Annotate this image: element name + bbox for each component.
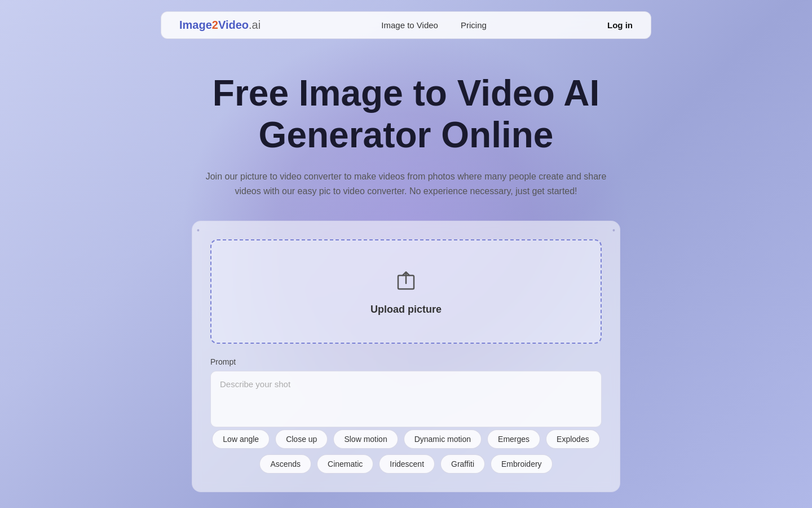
nav-pricing[interactable]: Pricing xyxy=(461,20,487,30)
tag-slow-motion[interactable]: Slow motion xyxy=(333,430,398,449)
hero-subtitle: Join our picture to video converter to m… xyxy=(197,169,615,198)
logo-ai-text: .ai xyxy=(249,19,261,31)
upload-label: Upload picture xyxy=(370,304,442,316)
nav-links: Image to Video Pricing xyxy=(381,20,487,30)
logo[interactable]: Image2Video.ai xyxy=(179,19,261,32)
tag-low-angle[interactable]: Low angle xyxy=(212,430,270,449)
prompt-textarea[interactable] xyxy=(210,371,602,427)
page-wrapper: Image2Video.ai Image to Video Pricing Lo… xyxy=(0,0,812,508)
hero-section: Free Image to Video AI Generator Online … xyxy=(180,73,632,198)
tag-embroidery[interactable]: Embroidery xyxy=(491,454,553,474)
logo-image-text: Image xyxy=(179,19,212,31)
upload-card: Upload picture Prompt Low angle Close up… xyxy=(192,221,620,492)
logo-2-text: 2 xyxy=(212,19,218,31)
upload-icon xyxy=(392,268,420,295)
tag-close-up[interactable]: Close up xyxy=(275,430,328,449)
nav-image-to-video[interactable]: Image to Video xyxy=(381,20,438,30)
tag-emerges[interactable]: Emerges xyxy=(487,430,540,449)
prompt-label: Prompt xyxy=(210,357,602,366)
tag-graffiti[interactable]: Graffiti xyxy=(440,454,485,474)
hero-title: Free Image to Video AI Generator Online xyxy=(180,73,632,156)
tag-dynamic-motion[interactable]: Dynamic motion xyxy=(404,430,482,449)
logo-video-text: Video xyxy=(218,19,249,31)
tags-row-1: Low angle Close up Slow motion Dynamic m… xyxy=(210,430,602,449)
tag-ascends[interactable]: Ascends xyxy=(259,454,311,474)
tag-cinematic[interactable]: Cinematic xyxy=(317,454,373,474)
tags-row-2: Ascends Cinematic Iridescent Graffiti Em… xyxy=(210,454,602,474)
tag-iridescent[interactable]: Iridescent xyxy=(379,454,435,474)
tag-explodes[interactable]: Explodes xyxy=(546,430,600,449)
upload-zone[interactable]: Upload picture xyxy=(210,239,602,344)
nav-login-button[interactable]: Log in xyxy=(607,20,633,30)
navbar: Image2Video.ai Image to Video Pricing Lo… xyxy=(161,11,651,39)
prompt-section: Prompt xyxy=(210,357,602,430)
